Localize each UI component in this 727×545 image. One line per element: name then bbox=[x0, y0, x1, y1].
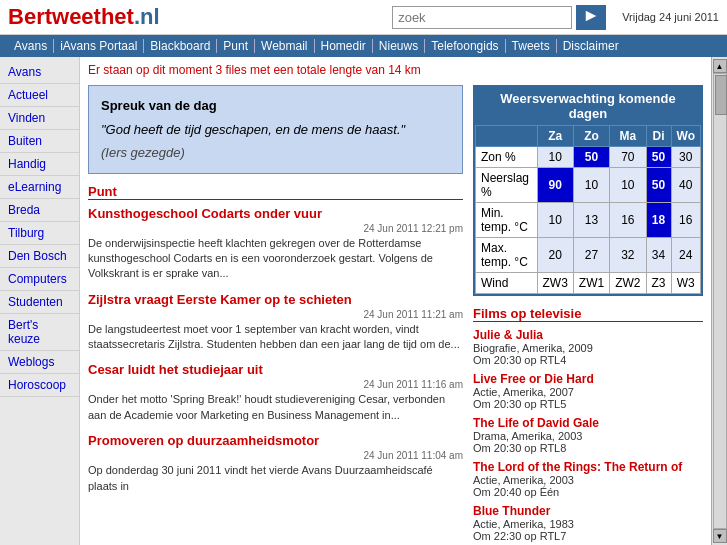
nav-item-telefoongids[interactable]: Telefoongids bbox=[425, 39, 505, 53]
tv-time-2: Om 20:30 op RTL8 bbox=[473, 442, 703, 454]
weather-cell-2-1: 13 bbox=[573, 203, 609, 238]
tv-section-title: Films op televisie bbox=[473, 306, 703, 322]
news-body-0: De onderwijsinspectie heeft klachten gek… bbox=[88, 236, 463, 282]
weather-title: Weersverwachting komende dagen bbox=[475, 87, 701, 125]
news-body-3: Op donderdag 30 juni 2011 vindt het vier… bbox=[88, 463, 463, 494]
search-input[interactable] bbox=[392, 6, 572, 29]
weather-row-label-3: Max. temp. °C bbox=[476, 238, 538, 273]
weather-cell-0-2: 70 bbox=[610, 147, 646, 168]
nav-item-iavans-portaal[interactable]: iAvans Portaal bbox=[54, 39, 144, 53]
news-items: Kunsthogeschool Codarts onder vuur 24 Ju… bbox=[88, 206, 463, 495]
tv-time-1: Om 20:30 op RTL5 bbox=[473, 398, 703, 410]
news-item-1: Zijlstra vraagt Eerste Kamer op te schie… bbox=[88, 292, 463, 353]
tv-title-0[interactable]: Julie & Julia bbox=[473, 328, 703, 342]
weather-cell-3-1: 27 bbox=[573, 238, 609, 273]
tv-genre-2: Drama, Amerika, 2003 bbox=[473, 430, 703, 442]
weather-cell-2-3: 18 bbox=[646, 203, 671, 238]
scroll-down-button[interactable]: ▼ bbox=[713, 529, 727, 543]
weather-cell-4-3: Z3 bbox=[646, 273, 671, 294]
scroll-thumb[interactable] bbox=[715, 75, 727, 115]
weather-cell-1-0: 90 bbox=[537, 168, 573, 203]
weather-cell-2-2: 16 bbox=[610, 203, 646, 238]
tv-title-4[interactable]: Blue Thunder bbox=[473, 504, 703, 518]
news-section: Punt Kunsthogeschool Codarts onder vuur … bbox=[88, 184, 463, 495]
sidebar-item-weblogs[interactable]: Weblogs bbox=[0, 351, 79, 374]
weather-row-1: Neerslag %9010105040 bbox=[476, 168, 701, 203]
news-item-3: Promoveren op duurzaamheidsmotor 24 Jun … bbox=[88, 433, 463, 494]
tv-item-1: Live Free or Die Hard Actie, Amerika, 20… bbox=[473, 372, 703, 410]
sidebar-item-elearning[interactable]: eLearning bbox=[0, 176, 79, 199]
date-display: Vrijdag 24 juni 2011 bbox=[622, 11, 719, 23]
sidebar-item-breda[interactable]: Breda bbox=[0, 199, 79, 222]
sidebar-item-vinden[interactable]: Vinden bbox=[0, 107, 79, 130]
news-headline-0[interactable]: Kunsthogeschool Codarts onder vuur bbox=[88, 206, 463, 221]
weather-col-Wo: Wo bbox=[671, 126, 700, 147]
news-date-1: 24 Jun 2011 11:21 am bbox=[88, 309, 463, 320]
sidebar-item-actueel[interactable]: Actueel bbox=[0, 84, 79, 107]
nav-item-tweets[interactable]: Tweets bbox=[506, 39, 557, 53]
weather-cell-1-1: 10 bbox=[573, 168, 609, 203]
weather-cell-0-1: 50 bbox=[573, 147, 609, 168]
tv-item-3: The Lord of the Rings: The Return of Act… bbox=[473, 460, 703, 498]
scroll-track[interactable] bbox=[713, 73, 727, 529]
nav-item-blackboard[interactable]: Blackboard bbox=[144, 39, 217, 53]
weather-cell-1-2: 10 bbox=[610, 168, 646, 203]
tv-genre-3: Actie, Amerika, 2003 bbox=[473, 474, 703, 486]
tv-genre-1: Actie, Amerika, 2007 bbox=[473, 386, 703, 398]
spreuk-box: Spreuk van de dag "God heeft de tijd ges… bbox=[88, 85, 463, 174]
nav-item-disclaimer[interactable]: Disclaimer bbox=[557, 39, 625, 53]
weather-row-0: Zon %1050705030 bbox=[476, 147, 701, 168]
spreuk-title: Spreuk van de dag bbox=[101, 96, 450, 116]
weather-cell-3-0: 20 bbox=[537, 238, 573, 273]
nav-item-avans[interactable]: Avans bbox=[8, 39, 54, 53]
sidebar-item-berts-keuze[interactable]: Bert's keuze bbox=[0, 314, 79, 351]
weather-cell-2-4: 16 bbox=[671, 203, 700, 238]
news-headline-3[interactable]: Promoveren op duurzaamheidsmotor bbox=[88, 433, 463, 448]
tv-title-2[interactable]: The Life of David Gale bbox=[473, 416, 703, 430]
weather-col-Za: Za bbox=[537, 126, 573, 147]
sidebar-item-studenten[interactable]: Studenten bbox=[0, 291, 79, 314]
nav-item-homedir[interactable]: Homedir bbox=[315, 39, 373, 53]
site-logo: Bertweethet.nl bbox=[8, 4, 160, 30]
tv-title-3[interactable]: The Lord of the Rings: The Return of bbox=[473, 460, 703, 474]
weather-cell-1-4: 40 bbox=[671, 168, 700, 203]
news-date-0: 24 Jun 2011 12:21 pm bbox=[88, 223, 463, 234]
news-headline-2[interactable]: Cesar luidt het studiejaar uit bbox=[88, 362, 463, 377]
sidebar-item-computers[interactable]: Computers bbox=[0, 268, 79, 291]
scrollbar[interactable]: ▲ ▼ bbox=[711, 57, 727, 545]
nav-item-nieuws[interactable]: Nieuws bbox=[373, 39, 425, 53]
spreuk-text: "God heeft de tijd geschapen, en de mens… bbox=[101, 120, 450, 140]
nav-item-webmail[interactable]: Webmail bbox=[255, 39, 314, 53]
weather-cell-4-0: ZW3 bbox=[537, 273, 573, 294]
news-item-2: Cesar luidt het studiejaar uit 24 Jun 20… bbox=[88, 362, 463, 423]
arrow-right-icon bbox=[584, 9, 598, 23]
news-item-0: Kunsthogeschool Codarts onder vuur 24 Ju… bbox=[88, 206, 463, 282]
tv-title-1[interactable]: Live Free or Die Hard bbox=[473, 372, 703, 386]
sidebar-item-horoscoop[interactable]: Horoscoop bbox=[0, 374, 79, 397]
navbar: AvansiAvans PortaalBlackboardPuntWebmail… bbox=[0, 35, 727, 57]
weather-row-label-4: Wind bbox=[476, 273, 538, 294]
tv-genre-0: Biografie, Amerika, 2009 bbox=[473, 342, 703, 354]
spreuk-source: (Iers gezegde) bbox=[101, 143, 450, 163]
scroll-up-button[interactable]: ▲ bbox=[713, 59, 727, 73]
sidebar-item-handig[interactable]: Handig bbox=[0, 153, 79, 176]
news-headline-1[interactable]: Zijlstra vraagt Eerste Kamer op te schie… bbox=[88, 292, 463, 307]
weather-row-label-2: Min. temp. °C bbox=[476, 203, 538, 238]
svg-marker-0 bbox=[586, 10, 597, 21]
weather-cell-4-1: ZW1 bbox=[573, 273, 609, 294]
sidebar-item-avans[interactable]: Avans bbox=[0, 61, 79, 84]
weather-row-3: Max. temp. °C2027323424 bbox=[476, 238, 701, 273]
news-date-2: 24 Jun 2011 11:16 am bbox=[88, 379, 463, 390]
sidebar-item-den-bosch[interactable]: Den Bosch bbox=[0, 245, 79, 268]
sidebar-item-tilburg[interactable]: Tilburg bbox=[0, 222, 79, 245]
tv-item-4: Blue Thunder Actie, Amerika, 1983 Om 22:… bbox=[473, 504, 703, 542]
news-body-1: De langstudeertest moet voor 1 september… bbox=[88, 322, 463, 353]
weather-col-Ma: Ma bbox=[610, 126, 646, 147]
search-button[interactable] bbox=[576, 5, 606, 30]
sidebar-item-buiten[interactable]: Buiten bbox=[0, 130, 79, 153]
nav-item-punt[interactable]: Punt bbox=[217, 39, 255, 53]
weather-row-2: Min. temp. °C1013161816 bbox=[476, 203, 701, 238]
weather-cell-3-2: 32 bbox=[610, 238, 646, 273]
news-section-title: Punt bbox=[88, 184, 463, 200]
weather-col-Di: Di bbox=[646, 126, 671, 147]
